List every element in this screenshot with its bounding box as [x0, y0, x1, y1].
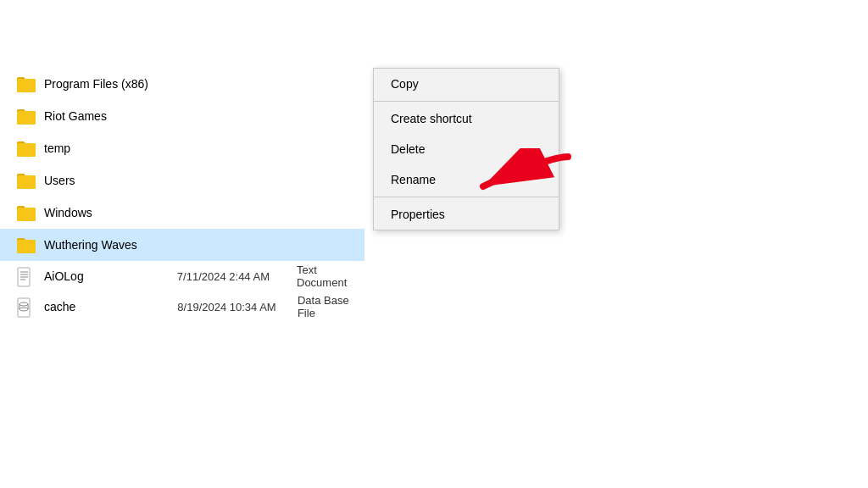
file-type-cache: Data Base File	[298, 294, 354, 319]
file-date-cache: 8/19/2024 10:34 AM	[177, 301, 298, 313]
context-menu-item-properties[interactable]: Properties	[374, 199, 559, 230]
db-file-icon	[17, 297, 36, 316]
context-menu: Copy Create shortcut Delete Rename Prope…	[373, 68, 559, 230]
folder-label-users: Users	[44, 174, 75, 187]
folder-item-temp[interactable]: temp	[0, 132, 364, 164]
folder-icon-temp	[17, 140, 36, 157]
folder-item-program-files[interactable]: Program Files (x86)	[0, 68, 364, 100]
folder-item-users[interactable]: Users	[0, 164, 364, 197]
file-type-aiolog: Text Document	[297, 263, 354, 289]
folder-icon-users	[17, 172, 36, 189]
context-menu-item-create-shortcut[interactable]: Create shortcut	[374, 103, 559, 134]
file-row-aiolog[interactable]: AiOLog 7/11/2024 2:44 AM Text Document	[0, 261, 364, 291]
text-doc-icon	[17, 267, 36, 286]
context-menu-item-delete[interactable]: Delete	[374, 134, 559, 164]
file-explorer: Program Files (x86) Riot Games temp	[0, 0, 868, 488]
folder-label-windows: Windows	[44, 206, 92, 219]
file-name-aiolog: AiOLog	[44, 269, 177, 283]
folder-icon-riot	[17, 108, 36, 125]
folder-label-wuthering-waves: Wuthering Waves	[44, 238, 137, 252]
context-menu-separator-1	[374, 101, 559, 102]
folder-icon-wuthering-waves	[17, 236, 36, 253]
folder-item-windows[interactable]: Windows	[0, 197, 364, 229]
file-name-cache: cache	[44, 300, 177, 313]
folder-label-riot-games: Riot Games	[44, 109, 107, 123]
folder-list: Program Files (x86) Riot Games temp	[0, 68, 364, 322]
context-menu-item-copy[interactable]: Copy	[374, 69, 559, 99]
context-menu-item-rename[interactable]: Rename	[374, 164, 559, 195]
folder-item-riot-games[interactable]: Riot Games	[0, 100, 364, 132]
folder-label-program-files: Program Files (x86)	[44, 77, 148, 91]
context-menu-separator-2	[374, 197, 559, 197]
folder-icon	[17, 75, 36, 92]
file-date-aiolog: 7/11/2024 2:44 AM	[177, 270, 297, 283]
file-row-cache[interactable]: cache 8/19/2024 10:34 AM Data Base File	[0, 291, 364, 322]
folder-item-wuthering-waves[interactable]: Wuthering Waves	[0, 229, 364, 261]
folder-label-temp: temp	[44, 141, 70, 155]
folder-icon-windows	[17, 204, 36, 221]
